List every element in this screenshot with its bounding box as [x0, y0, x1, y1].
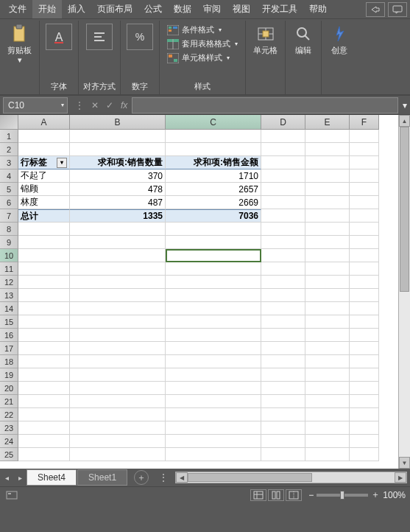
- menu-review[interactable]: 审阅: [197, 0, 227, 18]
- cell[interactable]: [18, 382, 70, 395]
- col-header-C[interactable]: C: [166, 115, 261, 130]
- cell[interactable]: [305, 302, 350, 315]
- cell[interactable]: [350, 236, 379, 249]
- cell[interactable]: [70, 355, 166, 368]
- cell[interactable]: [350, 408, 379, 421]
- row-header[interactable]: 14: [0, 302, 18, 315]
- cell[interactable]: [261, 421, 305, 435]
- cell[interactable]: [70, 315, 166, 329]
- share-icon[interactable]: [366, 2, 385, 17]
- cell[interactable]: [166, 382, 261, 395]
- cell[interactable]: [18, 355, 70, 368]
- horizontal-scrollbar[interactable]: ◀ ▶: [175, 472, 407, 483]
- cell[interactable]: 行标签▾: [18, 156, 70, 169]
- cell[interactable]: [166, 421, 261, 435]
- cell[interactable]: [350, 315, 379, 329]
- add-sheet-button[interactable]: ＋: [134, 470, 149, 485]
- sheet-tab-active[interactable]: Sheet4: [26, 469, 77, 486]
- align-button[interactable]: [86, 24, 113, 50]
- tabbar-dots[interactable]: ⋮: [155, 472, 172, 483]
- zoom-value[interactable]: 100%: [383, 490, 406, 500]
- row-header[interactable]: 22: [0, 408, 18, 421]
- scroll-thumb[interactable]: [400, 127, 409, 292]
- cell[interactable]: [305, 408, 350, 421]
- cell[interactable]: [18, 223, 70, 236]
- row-header[interactable]: 4: [0, 169, 18, 183]
- cell[interactable]: [70, 342, 166, 355]
- cell[interactable]: 总计: [18, 209, 70, 223]
- cell[interactable]: [350, 382, 379, 395]
- cell[interactable]: [166, 143, 261, 156]
- cell[interactable]: [166, 448, 261, 461]
- col-header-E[interactable]: E: [305, 115, 350, 130]
- row-header[interactable]: 15: [0, 315, 18, 329]
- cell[interactable]: [350, 355, 379, 368]
- row-header[interactable]: 10: [0, 249, 18, 262]
- cell[interactable]: [305, 342, 350, 355]
- menu-view[interactable]: 视图: [227, 0, 256, 18]
- cell[interactable]: [70, 329, 166, 342]
- cell[interactable]: [18, 435, 70, 448]
- cell[interactable]: [18, 421, 70, 435]
- cell[interactable]: 1710: [166, 169, 261, 183]
- menu-formulas[interactable]: 公式: [138, 0, 168, 18]
- cell[interactable]: [305, 355, 350, 368]
- cell[interactable]: [70, 368, 166, 382]
- cell[interactable]: [350, 156, 379, 169]
- cell[interactable]: [18, 236, 70, 249]
- cell[interactable]: [166, 130, 261, 143]
- cell[interactable]: [305, 315, 350, 329]
- col-header-A[interactable]: A: [18, 115, 70, 130]
- cells-button[interactable]: 单元格: [250, 22, 280, 57]
- scroll-left-icon[interactable]: ◀: [176, 472, 188, 483]
- cell[interactable]: [305, 276, 350, 289]
- row-header[interactable]: 9: [0, 236, 18, 249]
- scroll-right-icon[interactable]: ▶: [395, 472, 406, 483]
- cell[interactable]: [261, 289, 305, 302]
- cell[interactable]: [70, 421, 166, 435]
- cell[interactable]: [350, 302, 379, 315]
- cell[interactable]: [166, 315, 261, 329]
- table-format-button[interactable]: 套用表格格式▾: [164, 38, 241, 50]
- cell[interactable]: [305, 169, 350, 183]
- cell[interactable]: [350, 289, 379, 302]
- row-header[interactable]: 1: [0, 130, 18, 143]
- cells-area[interactable]: 行标签▾求和项:销售数量求和项:销售金额不起了3701710锦顾4782657林…: [18, 130, 379, 461]
- cell[interactable]: 2669: [166, 196, 261, 209]
- cell[interactable]: [70, 395, 166, 408]
- cell[interactable]: [261, 223, 305, 236]
- cell[interactable]: [305, 183, 350, 196]
- cell[interactable]: [18, 368, 70, 382]
- name-box[interactable]: C10▾: [3, 97, 68, 113]
- cell[interactable]: [261, 382, 305, 395]
- number-button[interactable]: %: [127, 24, 153, 50]
- cell[interactable]: [305, 382, 350, 395]
- cell[interactable]: [305, 329, 350, 342]
- row-header[interactable]: 13: [0, 289, 18, 302]
- cell[interactable]: 487: [70, 196, 166, 209]
- editing-button[interactable]: 编辑: [290, 22, 317, 57]
- cell[interactable]: [70, 276, 166, 289]
- cell[interactable]: [261, 209, 305, 223]
- cell[interactable]: [350, 143, 379, 156]
- filter-dropdown-icon[interactable]: ▾: [57, 158, 67, 168]
- cell[interactable]: [70, 408, 166, 421]
- row-header[interactable]: 6: [0, 196, 18, 209]
- cell[interactable]: 不起了: [18, 169, 70, 183]
- zoom-out-button[interactable]: −: [308, 490, 314, 500]
- cell[interactable]: [305, 196, 350, 209]
- scroll-down-icon[interactable]: ▼: [399, 457, 410, 469]
- cell[interactable]: [166, 342, 261, 355]
- sheet-tab[interactable]: Sheet1: [77, 469, 127, 486]
- cell[interactable]: [261, 435, 305, 448]
- row-header[interactable]: 3: [0, 156, 18, 169]
- cell[interactable]: [261, 342, 305, 355]
- cell[interactable]: [350, 276, 379, 289]
- cell[interactable]: [305, 435, 350, 448]
- cell[interactable]: [166, 329, 261, 342]
- cell[interactable]: [166, 223, 261, 236]
- row-header[interactable]: 24: [0, 435, 18, 448]
- cell[interactable]: [261, 130, 305, 143]
- cell[interactable]: [166, 236, 261, 249]
- cell[interactable]: 2657: [166, 183, 261, 196]
